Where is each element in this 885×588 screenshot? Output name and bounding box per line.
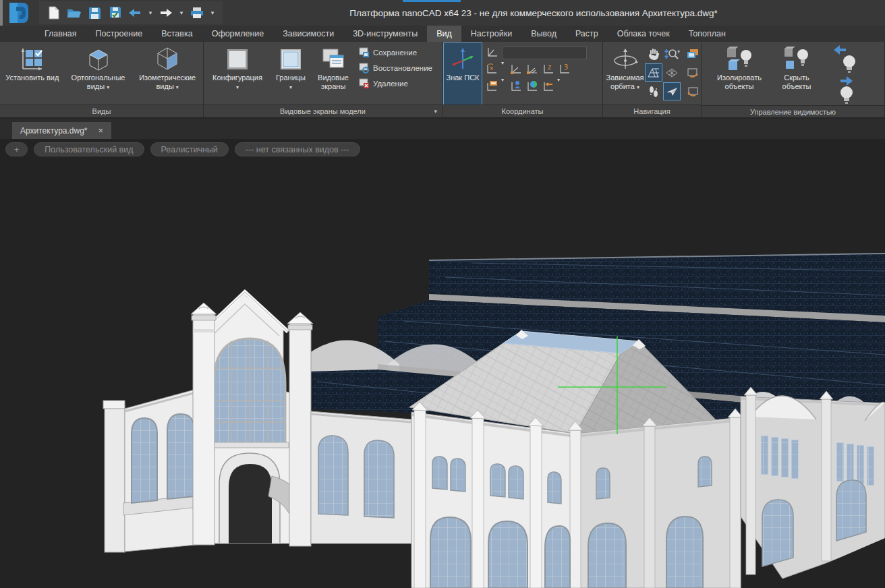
panel-expand-icon[interactable]: ▾	[434, 108, 437, 115]
tab-vstavka[interactable]: Вставка	[152, 26, 202, 42]
pan-icon[interactable]	[646, 45, 662, 62]
viewport-save-button[interactable]: Сохранение	[359, 47, 432, 58]
tab-nastroyki[interactable]: Настройки	[461, 26, 521, 42]
plan-grid-icon[interactable]	[664, 64, 680, 81]
dropdown-caret-icon: ▾	[107, 84, 109, 90]
viewport-canvas[interactable]	[0, 139, 885, 588]
tab-postroenie[interactable]: Построение	[86, 26, 152, 42]
window-title: Платформа nanoCAD x64 23 - не для коммер…	[223, 8, 885, 18]
isolate-next-bulb-icon[interactable]	[831, 76, 862, 105]
ribbon-tab-bar: Главная Построение Вставка Оформление За…	[0, 26, 885, 42]
ucs-3point-icon[interactable]: 3	[556, 60, 573, 77]
ucs-view-icon[interactable]	[484, 77, 501, 94]
nanocad-logo[interactable]	[5, 1, 32, 24]
document-tab-bar: Архитектура.dwg* ×	[0, 119, 885, 139]
screen-edge-artifact	[0, 0, 3, 26]
constrained-orbit-label: Зависимая орбита ▾	[604, 74, 646, 92]
viewport-config-button[interactable]: Конфигурация▾	[205, 43, 270, 105]
entrance-opening	[229, 464, 272, 543]
tab-vid[interactable]: Вид	[427, 26, 461, 42]
tab-3d-instrumenty[interactable]: 3D-инструменты	[343, 26, 427, 42]
undo-dropdown-icon[interactable]: ▾	[147, 9, 154, 16]
close-tab-icon[interactable]: ×	[98, 125, 104, 136]
save-icon[interactable]	[86, 5, 103, 21]
add-view-badge[interactable]: +	[5, 142, 28, 156]
viewport-config-label: Конфигурация▾	[212, 74, 262, 92]
group-label-coordinates: Координаты	[442, 105, 602, 117]
ribbon-group-navigation: Зависимая орбита ▾ ▾	[603, 42, 702, 117]
document-tab-active[interactable]: Архитектура.dwg* ×	[12, 122, 111, 139]
isolate-objects-label: Изолировать объекты	[708, 74, 770, 91]
view-back-icon[interactable]	[685, 64, 701, 81]
walk-icon[interactable]	[646, 83, 662, 100]
viewport-badges: + Пользовательский вид Реалистичный --- …	[5, 142, 360, 156]
ucs-origin-icon[interactable]	[508, 60, 524, 77]
ucs-world-icon[interactable]	[484, 43, 501, 60]
undo-icon[interactable]	[127, 5, 143, 21]
ucs-x-dropdown-icon[interactable]: ▾	[501, 60, 504, 77]
hide-objects-label: Скрыть объекты	[770, 74, 823, 91]
svg-text:3: 3	[564, 63, 568, 71]
ucs-previous-icon[interactable]	[540, 77, 556, 94]
hide-objects-button[interactable]: Скрыть объекты	[770, 43, 823, 105]
view-name-badge[interactable]: Пользовательский вид	[34, 142, 144, 156]
ucs-zaxis-icon[interactable]	[524, 60, 540, 77]
perspective-grid-icon[interactable]	[646, 64, 662, 81]
fly-icon[interactable]	[664, 83, 680, 100]
tab-glavnaya[interactable]: Главная	[35, 26, 86, 42]
tab-rastr[interactable]: Растр	[566, 26, 608, 42]
ucs-object-icon[interactable]	[508, 77, 524, 94]
redo-dropdown-icon[interactable]: ▾	[178, 9, 185, 16]
visual-style-badge[interactable]: Реалистичный	[150, 142, 229, 156]
model-viewport[interactable]: + Пользовательский вид Реалистичный --- …	[0, 139, 885, 588]
viewport-borders-button[interactable]: Границы▾	[270, 43, 312, 105]
corner-pillar	[105, 405, 125, 552]
tab-zavisimosti[interactable]: Зависимости	[273, 26, 343, 42]
viewport-delete-button[interactable]: Удаление	[359, 78, 432, 89]
viewports-button[interactable]: Видовые экраны	[312, 43, 355, 105]
ucs-z-icon[interactable]: z	[540, 60, 556, 77]
ucs-x-rotate-icon[interactable]: x	[484, 60, 501, 77]
arched-window	[364, 440, 394, 518]
arched-window	[167, 414, 194, 499]
gable-tower-left	[191, 303, 217, 545]
tab-oformlenie[interactable]: Оформление	[202, 26, 274, 42]
open-file-icon[interactable]	[66, 5, 82, 21]
iso-views-button[interactable]: Изометрические виды ▾	[133, 43, 202, 105]
ucs-previous-dropdown-icon[interactable]: ▾	[557, 77, 560, 94]
linked-views-badge[interactable]: --- нет связанных видов ---	[235, 142, 360, 156]
print-icon[interactable]	[189, 5, 205, 21]
ucs-view-dropdown-icon[interactable]: ▾	[501, 77, 504, 94]
ortho-views-button[interactable]: Ортогональные виды ▾	[63, 43, 134, 105]
arched-window	[318, 436, 348, 515]
ortho-views-label: Ортогональные виды ▾	[63, 74, 134, 92]
navigation-cells: ▾	[646, 43, 700, 105]
save-all-icon[interactable]	[107, 5, 123, 21]
ucs-named-field[interactable]	[502, 47, 587, 59]
windows-cascade-icon[interactable]	[685, 45, 701, 62]
set-view-button[interactable]: Установить вид	[1, 43, 63, 105]
viewport-restore-icon	[359, 63, 370, 74]
isolate-objects-button[interactable]: Изолировать объекты	[708, 43, 770, 105]
constrained-orbit-button[interactable]: Зависимая орбита ▾	[604, 43, 646, 105]
new-file-icon[interactable]	[46, 5, 62, 21]
ucs-icon-button[interactable]: Знак ПСК	[444, 43, 482, 105]
ucs-sign-label: Знак ПСК	[447, 74, 480, 82]
redo-icon[interactable]	[158, 5, 174, 21]
toolbar-options-icon[interactable]: ▾	[209, 9, 216, 16]
group-label-visibility: Управление видимостью	[702, 105, 884, 117]
tab-oblaka-tochek[interactable]: Облака точек	[608, 26, 679, 42]
zoom-icon[interactable]: ▾	[664, 45, 680, 62]
ribbon-group-visibility: Изолировать объекты Скрыть объекты	[702, 42, 885, 117]
orbit-icon	[610, 45, 641, 74]
unisolate-bulb-icon[interactable]	[831, 45, 862, 74]
viewports-label: Видовые экраны	[312, 74, 355, 91]
tab-vyvod[interactable]: Вывод	[521, 26, 566, 42]
svg-text:▾: ▾	[677, 49, 680, 55]
ribbon-group-viewports: Конфигурация▾ Границы▾ Видовые экраны	[204, 42, 442, 117]
tab-topoplan[interactable]: Топоплан	[679, 26, 735, 42]
viewport-restore-button[interactable]: Восстановление	[359, 63, 432, 74]
viewport-borders-icon	[279, 45, 302, 74]
view-forward-icon[interactable]	[685, 83, 701, 100]
ucs-face-icon[interactable]	[524, 77, 540, 94]
